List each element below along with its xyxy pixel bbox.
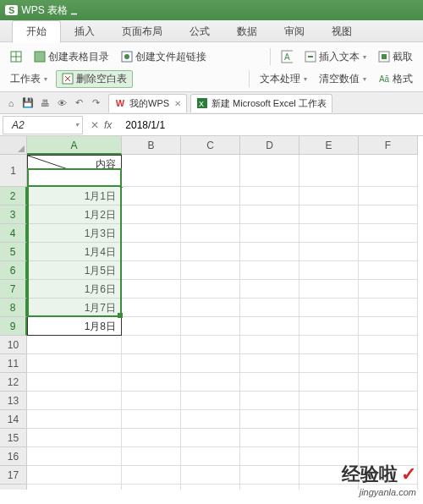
menu-tab-start[interactable]: 开始 (12, 20, 61, 43)
insert-text-button[interactable]: 插入文本 ▾ (301, 48, 370, 66)
cell[interactable] (122, 336, 181, 354)
cell[interactable] (299, 155, 359, 187)
row-header[interactable]: 12 (0, 373, 27, 392)
cell[interactable] (181, 187, 240, 205)
column-header[interactable]: C (181, 136, 240, 155)
row-header[interactable]: 2 (0, 187, 27, 205)
cell[interactable] (27, 410, 122, 429)
cell[interactable] (122, 429, 181, 447)
cell[interactable] (27, 354, 122, 373)
cell[interactable] (240, 224, 299, 243)
cell[interactable] (359, 261, 418, 280)
undo-icon[interactable]: ↶ (71, 96, 86, 111)
cell[interactable] (181, 317, 240, 336)
cell[interactable] (181, 299, 240, 317)
cell[interactable] (240, 261, 299, 280)
cell[interactable] (359, 429, 418, 447)
cell[interactable] (122, 410, 181, 429)
cell[interactable] (359, 410, 418, 429)
cell[interactable] (122, 224, 181, 243)
cell[interactable] (240, 243, 299, 261)
cell[interactable] (122, 466, 181, 485)
cell[interactable] (181, 429, 240, 447)
cell[interactable] (240, 187, 299, 205)
menu-tab-review[interactable]: 审阅 (271, 21, 318, 42)
cell[interactable] (240, 410, 299, 429)
cell[interactable] (122, 317, 181, 336)
cell[interactable]: 1月7日 (27, 299, 122, 317)
cell[interactable] (181, 466, 240, 485)
format-button[interactable]: Aă 格式 (375, 70, 416, 88)
cell[interactable] (181, 261, 240, 280)
cell[interactable] (359, 187, 418, 205)
print-icon[interactable]: 🖶 (37, 96, 52, 111)
cell[interactable] (299, 187, 359, 205)
cell[interactable] (240, 280, 299, 299)
cell[interactable]: 1月5日 (27, 261, 122, 280)
cell[interactable]: 1月6日 (27, 280, 122, 299)
cell[interactable] (27, 485, 122, 490)
cell[interactable] (27, 392, 122, 410)
row-header[interactable]: 3 (0, 205, 27, 224)
column-header[interactable]: A (27, 136, 122, 155)
cell[interactable] (299, 317, 359, 336)
cell[interactable] (299, 354, 359, 373)
cell[interactable] (122, 373, 181, 392)
cell[interactable] (299, 410, 359, 429)
cell[interactable] (27, 429, 122, 447)
home-icon[interactable]: ⌂ (3, 96, 19, 111)
cell[interactable] (299, 299, 359, 317)
cell[interactable] (359, 243, 418, 261)
row-header[interactable]: 8 (0, 299, 27, 317)
name-box-dropdown-icon[interactable]: ▾ (75, 121, 79, 129)
row-header[interactable]: 6 (0, 261, 27, 280)
cell[interactable] (299, 261, 359, 280)
cell[interactable] (181, 485, 240, 490)
cell[interactable] (122, 447, 181, 466)
close-tab-icon[interactable]: ✕ (174, 99, 181, 108)
row-header[interactable]: 11 (0, 354, 27, 373)
column-header[interactable]: F (359, 136, 418, 155)
menu-tab-data[interactable]: 数据 (223, 21, 271, 42)
column-header[interactable]: B (122, 136, 181, 155)
create-link-button[interactable]: 创建文件超链接 (118, 48, 210, 66)
cell[interactable] (299, 392, 359, 410)
cell[interactable] (240, 354, 299, 373)
cell[interactable]: 1月1日 (27, 187, 122, 205)
cell[interactable] (181, 354, 240, 373)
delete-blank-button[interactable]: 删除空白表 (56, 70, 133, 88)
cell[interactable] (181, 410, 240, 429)
cell[interactable] (240, 317, 299, 336)
cell[interactable] (359, 299, 418, 317)
cell[interactable] (359, 155, 418, 187)
row-header[interactable]: 7 (0, 280, 27, 299)
cell[interactable] (299, 373, 359, 392)
save-icon[interactable]: 💾 (20, 96, 36, 111)
row-header[interactable]: 9 (0, 317, 27, 336)
cell[interactable] (27, 373, 122, 392)
row-header[interactable]: 16 (0, 447, 27, 466)
menu-tab-view[interactable]: 视图 (318, 21, 365, 42)
cell[interactable] (240, 392, 299, 410)
cell[interactable]: 1月3日 (27, 224, 122, 243)
doc-tab-mywps[interactable]: W 我的WPS ✕ (108, 94, 187, 112)
cell-a1-diagonal-header[interactable]: 内容 日期 (27, 155, 122, 187)
screenshot-button[interactable]: 截取 (375, 48, 416, 66)
clear-values-button[interactable]: 清空数值 ▾ (316, 70, 370, 88)
row-header[interactable]: 5 (0, 243, 27, 261)
fx-cancel-icon[interactable]: ✕ (91, 119, 99, 131)
cell[interactable] (181, 336, 240, 354)
cell[interactable] (299, 224, 359, 243)
formula-input[interactable] (120, 116, 423, 134)
cell[interactable] (240, 336, 299, 354)
cell[interactable] (181, 447, 240, 466)
menu-tab-insert[interactable]: 插入 (61, 21, 108, 42)
text-group-icon[interactable]: A (277, 49, 296, 64)
cell[interactable] (299, 205, 359, 224)
column-header[interactable]: D (240, 136, 299, 155)
menu-tab-layout[interactable]: 页面布局 (108, 21, 176, 42)
cell[interactable] (240, 485, 299, 490)
preview-icon[interactable]: 👁 (54, 96, 69, 111)
row-header[interactable]: 17 (0, 466, 27, 485)
cell[interactable] (359, 317, 418, 336)
